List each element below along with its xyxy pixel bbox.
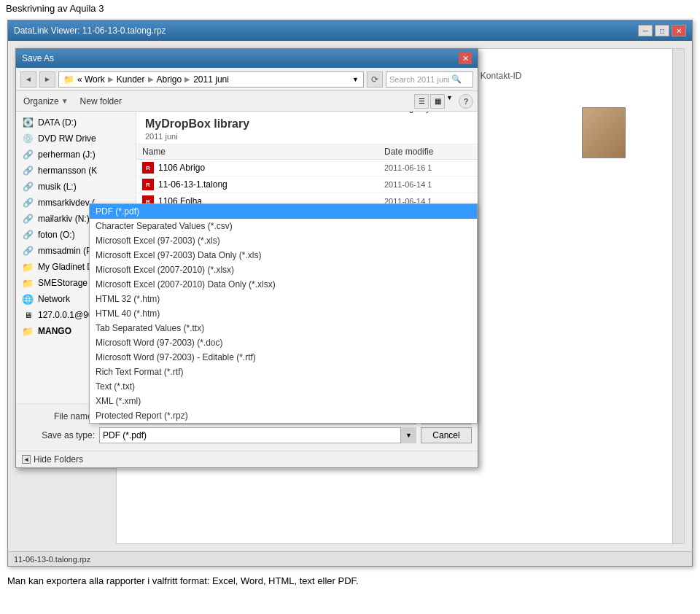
view-details-button[interactable]: ▦ [430,94,445,109]
sidebar-label: perherman (J:) [38,149,96,160]
arrange-by-area: Arrange by: Folder ▼ [387,112,469,113]
address-path[interactable]: 📁 « Work ▶ Kunder ▶ Abrigo ▶ 2011 juni ▼ [58,71,364,88]
content-header: Arrange by: Folder ▼ MyDropBox library 2… [136,112,478,144]
network-drive-icon: 🔗 [22,149,34,160]
folder-icon: 📁 [22,261,34,273]
sidebar-item-hermansson[interactable]: 🔗 hermansson (K [16,163,136,179]
sidebar-item-dvd[interactable]: 💿 DVD RW Drive [16,131,136,147]
minimize-button[interactable]: ─ [638,25,653,36]
organize-dropdown-icon: ▼ [61,97,69,105]
hide-folders-area: ◄ Hide Folders [16,451,478,467]
main-window-titlebar: DataLink Viewer: 11-06-13-0.talong.rpz ─… [8,20,692,41]
dropdown-item-doc97[interactable]: Microsoft Word (97-2003) (*.doc) [90,335,477,350]
back-button[interactable]: ◄ [20,71,36,88]
kontakt-label: Kontakt-ID [481,71,539,81]
arrange-by-label: Arrange by: [387,112,432,113]
dropdown-item-xlsdata97[interactable]: Microsoft Excel (97-2003) Data Only (*.x… [90,248,477,263]
cancel-button[interactable]: Cancel [421,427,472,443]
sidebar-item-perherman[interactable]: 🔗 perherman (J:) [16,147,136,163]
doc-photo [582,107,626,158]
sidebar-label: MANGO [38,326,71,336]
dropdown-item-xml[interactable]: XML (*.xml) [90,394,477,408]
main-window: DataLink Viewer: 11-06-13-0.talong.rpz ─… [7,20,693,567]
sidebar-label: musik (L:) [38,182,77,192]
view-buttons: ☰ ▦ ▼ [414,94,453,109]
savetype-dropdown-arrow[interactable]: ▼ [400,427,416,443]
sidebar-label: DVD RW Drive [38,133,96,144]
main-content: Datum Kontakt-ID 2011-10-27 10. Mikro oc… [8,41,692,551]
file-name: 1106 Abrigo [158,163,380,173]
dropdown-item-rtf-editable[interactable]: Microsoft Word (97-2003) - Editable (*.r… [90,350,477,365]
organize-button[interactable]: Organize ▼ [20,95,71,108]
sep3: ▶ [184,75,190,83]
dropdown-item-xlsx2007[interactable]: Microsoft Excel (2007-2010) (*.xlsx) [90,263,477,277]
file-list-header: Name Date modifie [136,144,478,160]
dropdown-item-html40[interactable]: HTML 40 (*.htm) [90,306,477,321]
savetype-row: Save as type: PDF (*.pdf) ▼ Cancel [22,427,472,443]
sidebar-label: mailarkiv (N:) [38,214,90,224]
close-button[interactable]: ✕ [672,25,686,36]
new-folder-label: New folder [80,96,122,106]
network-drive-icon4: 🔗 [22,197,34,209]
doc-scrollbar[interactable] [672,49,684,543]
new-folder-button[interactable]: New folder [77,95,125,108]
statusbar-filename: 11-06-13-0.talong.rpz [14,555,90,564]
arrange-by-value[interactable]: Folder [435,112,460,113]
path-kunder: Kunder [117,74,145,85]
sidebar-label: Network [38,294,70,304]
main-statusbar: 11-06-13-0.talong.rpz [8,551,692,566]
path-icon: 📁 [63,74,74,85]
file-item-talong[interactable]: R 11-06-13-1.talong 2011-06-14 1 [136,176,478,193]
filename-label: File name: [22,411,95,421]
sidebar-label: foton (O:) [38,230,75,240]
sep2: ▶ [148,75,154,83]
expand-icon: ◄ [22,455,31,464]
dropdown-menu: PDF (*.pdf) Character Separated Values (… [89,203,478,424]
sidebar-label: mmsarkivdev ( [38,198,95,208]
dropdown-item-xlsxdata2007[interactable]: Microsoft Excel (2007-2010) Data Only (*… [90,277,477,292]
file-item-1106-abrigo[interactable]: R 1106 Abrigo 2011-06-16 1 [136,160,478,176]
dialog-titlebar: Save As ✕ [16,49,478,68]
sep1: ▶ [108,75,114,83]
search-placeholder: Search 2011 juni [389,75,450,84]
sidebar-label: My Gladinet Dr [38,262,96,272]
dropdown-item-rtf[interactable]: Rich Text Format (*.rtf) [90,365,477,379]
savetype-display[interactable]: PDF (*.pdf) [99,427,416,443]
dialog-close-button[interactable]: ✕ [459,53,472,64]
file-name: 11-06-13-1.talong [158,179,380,190]
organize-label: Organize [23,96,59,106]
dropdown-item-csv[interactable]: Character Separated Values (*.csv) [90,219,477,233]
dropdown-item-html32[interactable]: HTML 32 (*.htm) [90,292,477,306]
view-list-button[interactable]: ☰ [414,94,429,109]
dropdown-item-pdf[interactable]: PDF (*.pdf) [90,204,477,219]
sidebar-label: hermansson (K [38,166,97,176]
sidebar-item-data-d[interactable]: 💽 DATA (D:) [16,114,136,131]
footer-description: Man kan exportera alla rapporter i valfr… [0,570,700,592]
sidebar-label: DATA (D:) [38,117,77,128]
refresh-button[interactable]: ⟳ [367,71,383,88]
sidebar-label: mmsadmin (P: [38,246,94,256]
help-button[interactable]: ? [459,94,473,109]
path-dropdown-arrow[interactable]: ▼ [352,76,359,83]
network-drive-icon7: 🔗 [22,245,34,257]
arrange-by-arrow: ▼ [462,112,469,112]
view-dropdown-icon[interactable]: ▼ [446,94,453,109]
forward-button[interactable]: ► [39,71,55,88]
dropdown-item-xls97[interactable]: Microsoft Excel (97-2003) (*.xls) [90,233,477,248]
page-title: Beskrivning av Aquila 3 [0,0,700,17]
dropdown-item-txt[interactable]: Text (*.txt) [90,379,477,394]
dropdown-item-rpz[interactable]: Protected Report (*.rpz) [90,408,477,423]
file-icon-rpz2: R [142,179,154,190]
savetype-label: Save as type: [22,430,95,440]
path-work: « Work [77,74,105,85]
file-icon-rpz: R [142,162,154,174]
sidebar-item-musik[interactable]: 🔗 musik (L:) [16,179,136,195]
hide-folders-label: Hide Folders [34,454,83,465]
library-name: MyDropBox library [145,117,469,131]
network-drive-icon5: 🔗 [22,213,34,225]
search-box[interactable]: Search 2011 juni 🔍 [386,71,473,88]
hide-folders-button[interactable]: ◄ Hide Folders [22,454,83,465]
save-as-dialog: Save As ✕ ◄ ► 📁 « Work ▶ Kunder ▶ Abrigo… [15,48,478,468]
dropdown-item-tsv[interactable]: Tab Separated Values (*.ttx) [90,321,477,335]
maximize-button[interactable]: □ [655,25,669,36]
